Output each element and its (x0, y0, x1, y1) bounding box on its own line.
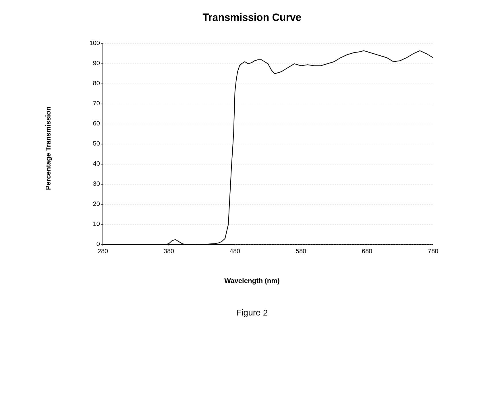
y-axis-label: Percentage Transmission (44, 133, 52, 190)
svg-text:280: 280 (97, 247, 108, 255)
chart-container: Percentage Transmission 0102030405060708… (51, 32, 453, 291)
svg-text:20: 20 (93, 200, 100, 207)
svg-text:480: 480 (229, 247, 240, 255)
svg-text:680: 680 (362, 247, 372, 255)
svg-text:60: 60 (93, 120, 100, 127)
svg-text:40: 40 (93, 160, 100, 167)
chart-area: 0102030405060708090100280380480580680780 (80, 38, 442, 262)
svg-text:580: 580 (296, 247, 306, 255)
chart-svg: 0102030405060708090100280380480580680780 (80, 38, 442, 262)
svg-text:10: 10 (93, 220, 100, 227)
svg-text:90: 90 (93, 59, 100, 67)
chart-title: Transmission Curve (202, 11, 301, 24)
svg-text:70: 70 (93, 100, 100, 107)
svg-text:380: 380 (163, 247, 174, 255)
svg-text:80: 80 (93, 80, 100, 87)
figure-caption: Figure 2 (236, 308, 268, 318)
x-axis-label: Wavelength (nm) (224, 277, 279, 285)
svg-text:50: 50 (93, 140, 100, 147)
svg-text:780: 780 (428, 247, 438, 255)
svg-text:30: 30 (93, 180, 100, 187)
svg-text:100: 100 (89, 39, 100, 47)
svg-text:0: 0 (96, 240, 100, 247)
